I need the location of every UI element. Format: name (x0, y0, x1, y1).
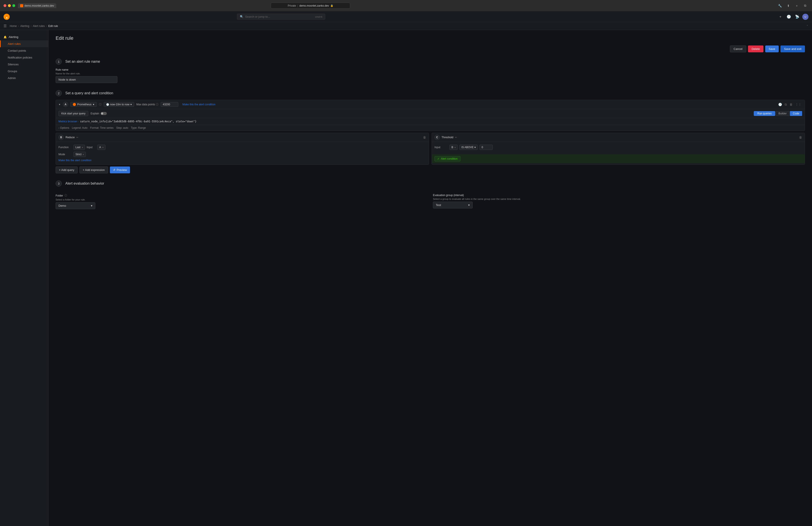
options-label[interactable]: Options (60, 126, 69, 129)
threshold-input[interactable]: 0 (479, 145, 493, 150)
content-area: Edit rule Cancel Delete Save Save and ex… (48, 30, 812, 526)
run-queries-button[interactable]: Run queries (754, 111, 775, 116)
add-query-button[interactable]: + Add query (56, 167, 78, 173)
breadcrumb-home[interactable]: Home (10, 25, 17, 28)
datasource-info-icon[interactable]: ⓘ (99, 103, 102, 106)
traffic-lights (3, 4, 15, 7)
make-alert-condition-link-a[interactable]: Make this the alert condition (182, 103, 215, 106)
operator-selector[interactable]: IS ABOVE ▾ (460, 145, 478, 150)
metrics-line: Metrics browser › saturn_node_info{id="3… (56, 118, 805, 125)
url-bar[interactable]: Private | demo.moonlet.zanko.dev 🔒 (271, 3, 350, 9)
query-text[interactable]: saturn_node_info{id="3a6d83d8-6895-4f8c-… (80, 120, 802, 123)
minimize-button[interactable] (8, 4, 11, 7)
expr-b-name: Reduce (66, 136, 75, 139)
time-range-selector[interactable]: 🕐 now-10m to now ▾ (104, 102, 134, 107)
expr-b-edit-icon[interactable]: ✏ (76, 136, 78, 139)
query-copy-icon[interactable]: ⧉ (784, 102, 787, 107)
avatar[interactable]: U (802, 14, 809, 20)
new-tab-icon[interactable]: + (794, 2, 800, 9)
query-options: › Options Legend: Auto Format: Time seri… (56, 125, 805, 131)
tab-favicon (20, 4, 23, 7)
save-button[interactable]: Save (765, 45, 779, 52)
section-3-header: 3 Alert evaluation behavior (56, 181, 805, 187)
section-1-header: 1 Set an alert rule name (56, 58, 805, 65)
time-range-value: now-10m to now (110, 103, 130, 106)
lock-icon: 🔒 (330, 4, 333, 7)
query-drag-icon[interactable]: ⋮⋮ (795, 102, 802, 107)
datasource-selector[interactable]: Prometheus ▾ (70, 102, 97, 107)
search-bar[interactable]: 🔍 Search or jump to... cmd+k (237, 14, 325, 20)
breadcrumb: ☰ Home › Alerting › Alert rules › Edit r… (0, 22, 812, 30)
input-selector-c[interactable]: B ▾ (449, 145, 458, 150)
delete-button[interactable]: Delete (748, 45, 764, 52)
folder-chevron: ▾ (91, 204, 92, 207)
breadcrumb-alert-rules[interactable]: Alert rules (33, 25, 45, 28)
metrics-browser-link[interactable]: Metrics browser › (58, 120, 78, 123)
save-exit-button[interactable]: Save and exit (781, 45, 805, 52)
collapse-icon[interactable]: ⌃ (806, 25, 809, 28)
breadcrumb-alerting[interactable]: Alerting (20, 25, 29, 28)
eval-group-selector[interactable]: Test ▾ (433, 202, 473, 209)
clock-icon[interactable]: 🕐 (785, 13, 792, 20)
sidebar-item-silences[interactable]: Silences (0, 61, 48, 68)
broadcast-icon[interactable]: 📡 (794, 13, 800, 20)
mode-chevron: ▾ (83, 153, 84, 156)
query-a-collapse[interactable]: ▾ (58, 102, 61, 106)
folder-hint: Select a folder for your rule. (56, 198, 427, 201)
rule-name-hint: Name for the alert rule. (56, 72, 805, 75)
folder-label-row: Folder ⓘ (56, 194, 427, 197)
sidebar-item-contact-points[interactable]: Contact points (0, 47, 48, 54)
sidebar-item-notification-policies[interactable]: Notification policies (0, 54, 48, 61)
builder-code-tabs: Run queries Builder Code (754, 111, 802, 116)
function-chevron: ▾ (82, 146, 83, 148)
sidebar-item-groups[interactable]: Groups (0, 68, 48, 75)
header-actions: + 🕐 📡 U (777, 13, 809, 20)
folder-info-icon[interactable]: ⓘ (64, 194, 67, 197)
options-chevron[interactable]: › (58, 127, 59, 129)
builder-tab[interactable]: Builder (775, 111, 789, 116)
preview-button[interactable]: ↺ Preview (110, 167, 130, 173)
search-placeholder: Search or jump to... (245, 15, 270, 18)
rule-name-input[interactable]: Node is down (56, 76, 117, 83)
grafana-logo[interactable]: 🔥 (3, 14, 10, 20)
browser-chrome: demo.moonlet.zanko.dev Private | demo.mo… (0, 0, 812, 12)
query-delete-icon[interactable]: 🗑 (789, 102, 793, 107)
mode-selector[interactable]: Strict ▾ (73, 152, 86, 157)
sidebar-item-alert-rules[interactable]: Alert rules (0, 40, 48, 47)
expr-c-body: Input B ▾ IS ABOVE ▾ 0 (432, 142, 805, 154)
folder-selector[interactable]: Demo ▾ (56, 202, 95, 209)
expr-b-label: B (58, 135, 64, 140)
menu-icon[interactable]: ☰ (3, 24, 6, 28)
max-dp-info-icon[interactable]: ⓘ (156, 103, 158, 106)
input-value-b: A (99, 146, 101, 149)
legend-text: Legend: Auto (72, 126, 88, 129)
maximize-button[interactable] (12, 4, 15, 7)
sidebar-section-title: 🔔 Alerting (0, 33, 48, 40)
expr-c-delete-button[interactable]: 🗑 (799, 136, 802, 139)
max-dp-label: Max data points ⓘ (136, 103, 159, 106)
expr-c-edit-icon[interactable]: ✏ (455, 136, 457, 139)
page-title: Edit rule (56, 35, 805, 41)
prometheus-icon (73, 103, 76, 106)
share-icon[interactable]: ⬆ (785, 2, 792, 9)
close-button[interactable] (3, 4, 6, 7)
input-selector-b[interactable]: A ▾ (97, 145, 105, 150)
folder-value: Demo (58, 204, 66, 207)
windows-icon[interactable]: ⧉ (802, 2, 809, 9)
expressions-row: B Reduce ✏ 🗑 Function Last ▾ Input (56, 133, 805, 165)
cancel-button[interactable]: Cancel (730, 45, 746, 52)
query-history-icon[interactable]: 🕐 (778, 102, 783, 107)
max-dp-input[interactable]: 43200 (161, 102, 178, 107)
make-alert-condition-link-b[interactable]: Make this the alert condition (58, 159, 426, 162)
extension-icon[interactable]: 🔧 (777, 2, 783, 9)
breadcrumb-sep-3: › (46, 25, 47, 28)
add-expression-button[interactable]: + Add expression (79, 167, 108, 173)
expr-b-delete-button[interactable]: 🗑 (423, 136, 426, 139)
plus-icon[interactable]: + (777, 13, 784, 20)
function-selector[interactable]: Last ▾ (73, 145, 85, 150)
sidebar-item-admin[interactable]: Admin (0, 75, 48, 82)
kick-start-button[interactable]: Kick start your query (58, 111, 88, 116)
explain-toggle[interactable] (101, 112, 107, 115)
code-tab[interactable]: Code (790, 111, 802, 116)
section-2-header: 2 Set a query and alert condition (56, 90, 805, 96)
